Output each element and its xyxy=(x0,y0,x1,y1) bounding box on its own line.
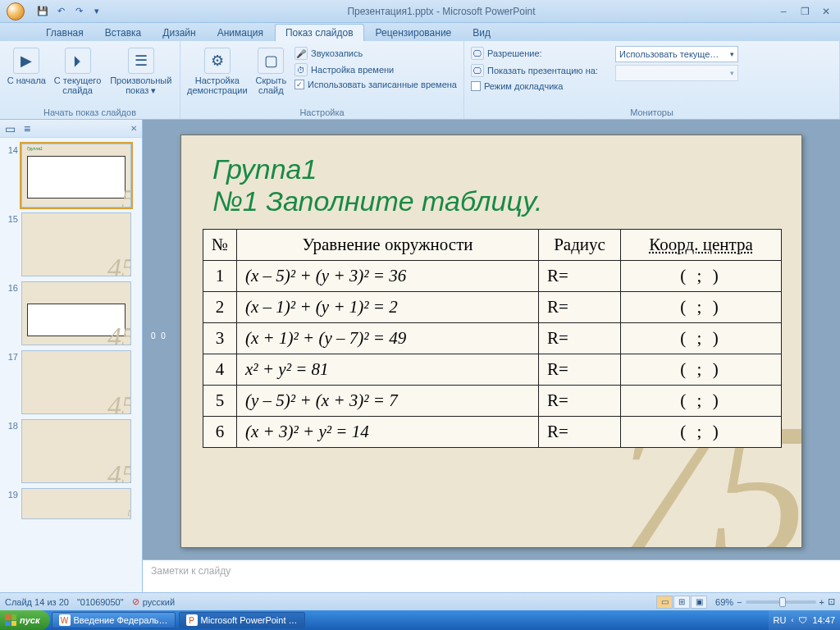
table-row: 5(y – 5)² + (x + 3)² = 7R=( ; ) xyxy=(203,386,782,417)
language-label: русский xyxy=(143,597,175,607)
monitor-combo: ▾ xyxy=(615,65,738,81)
thumbnail-list[interactable]: 14 Группа15 15 45 16 45 17 45 18 45 19 5 xyxy=(0,138,142,592)
minimize-button[interactable]: – xyxy=(774,5,792,18)
from-current-button[interactable]: ⏵ С текущего слайда xyxy=(53,44,103,95)
save-icon[interactable]: 💾 xyxy=(36,5,49,18)
slide-thumb-19[interactable]: 19 5 xyxy=(0,486,142,522)
resolution-combo[interactable]: Использовать текуще…▾ xyxy=(615,46,738,62)
custom-show-button[interactable]: ☰ Произвольный показ ▾ xyxy=(108,44,173,96)
resolution-value: Использовать текуще… xyxy=(619,49,719,59)
use-timings-label: Использовать записанные времена xyxy=(308,80,457,89)
status-bar: Слайд 14 из 20 "01069050" ⊘ русский ▭ ⊞ … xyxy=(0,592,840,610)
task-label: Microsoft PowerPoint … xyxy=(201,615,298,625)
slide[interactable]: 75 Группа1 №1 Заполните таблицу. № Уравн… xyxy=(180,135,802,548)
record-audio-button[interactable]: 🎤Звукозапись xyxy=(294,46,457,61)
outline-tab-icon[interactable]: ≡ xyxy=(24,122,30,135)
group-setup-label: Настройка xyxy=(187,106,457,117)
title-bar: 💾 ↶ ↷ ▾ Презентация1.pptx - Microsoft Po… xyxy=(0,0,840,23)
hide-slide-icon: ▢ xyxy=(258,48,284,74)
table-row: 1(x – 5)² + (y + 3)² = 36R=( ; ) xyxy=(203,261,782,292)
tray-shield-icon[interactable]: 🛡 xyxy=(798,615,807,625)
zoom-out-button[interactable]: − xyxy=(737,597,742,607)
fit-button[interactable]: ⊡ xyxy=(828,596,835,607)
thumb-number: 16 xyxy=(3,281,18,345)
group-start-label: Начать показ слайдов xyxy=(7,106,173,117)
record-audio-label: Звукозапись xyxy=(311,48,363,58)
notes-pane[interactable]: Заметки к слайду xyxy=(143,559,840,592)
normal-view-button[interactable]: ▭ xyxy=(656,596,673,609)
office-button[interactable] xyxy=(0,0,31,23)
slide-thumb-14[interactable]: 14 Группа15 xyxy=(0,141,142,210)
tab-home[interactable]: Главная xyxy=(36,25,94,41)
slide-thumb-15[interactable]: 15 45 xyxy=(0,210,142,279)
taskbar-item-word[interactable]: WВведение Федераль… xyxy=(52,612,176,628)
slide-title-line2: №1 Заполните таблицу. xyxy=(212,185,542,217)
th-equation: Уравнение окружности xyxy=(237,230,539,261)
rehearse-label: Настройка времени xyxy=(311,65,394,75)
play-current-icon: ⏵ xyxy=(65,48,91,74)
thumb-number: 14 xyxy=(3,144,18,208)
thumb-number: 19 xyxy=(3,488,18,519)
thumb-number: 18 xyxy=(3,419,18,483)
custom-show-icon: ☰ xyxy=(128,48,154,74)
slide-thumb-16[interactable]: 16 45 xyxy=(0,279,142,348)
table-row: 3(x + 1)² + (y – 7)² = 49R=( ; ) xyxy=(203,323,782,354)
tab-view[interactable]: Вид xyxy=(463,25,500,41)
tab-slideshow[interactable]: Показ слайдов xyxy=(275,24,364,41)
slideshow-view-button[interactable]: ▣ xyxy=(691,596,707,609)
slide-title[interactable]: Группа1 №1 Заполните таблицу. xyxy=(212,153,542,217)
table-row: 4x² + y² = 81R=( ; ) xyxy=(203,354,782,386)
lang-indicator[interactable]: RU xyxy=(774,615,787,625)
system-tray: RU ‹ 🛡 14:47 xyxy=(769,610,840,630)
zoom-slider[interactable] xyxy=(746,600,816,604)
thumbnail-panel: ▭ ≡ ✕ 14 Группа15 15 45 16 45 17 45 18 xyxy=(0,120,143,592)
tab-insert[interactable]: Вставка xyxy=(95,25,152,41)
undo-icon[interactable]: ↶ xyxy=(54,5,67,18)
spellcheck-icon: ⊘ xyxy=(132,596,139,607)
checkbox-icon: ✓ xyxy=(294,80,304,89)
zoom-in-button[interactable]: + xyxy=(819,597,824,607)
slide-canvas[interactable]: 0 0 75 Группа1 №1 Заполните таблицу. № У… xyxy=(143,120,840,559)
custom-show-label: Произвольный показ ▾ xyxy=(108,75,173,96)
start-button[interactable]: пуск xyxy=(0,610,50,630)
th-number: № xyxy=(203,230,237,261)
tab-review[interactable]: Рецензирование xyxy=(366,25,462,41)
maximize-button[interactable]: ❐ xyxy=(796,5,814,18)
tab-animation[interactable]: Анимация xyxy=(208,25,273,41)
slide-thumb-18[interactable]: 18 45 xyxy=(0,417,142,486)
th-coords: Коорд. центра xyxy=(621,230,782,261)
close-button[interactable]: ✕ xyxy=(817,5,835,18)
chevron-down-icon: ▾ xyxy=(730,50,734,58)
presenter-view-checkbox[interactable]: Режим докладчика xyxy=(471,80,609,92)
tray-chevron-icon[interactable]: ‹ xyxy=(791,616,793,624)
hide-slide-button[interactable]: ▢ Скрыть слайд xyxy=(254,44,288,95)
zoom-control: 69% − + ⊡ xyxy=(715,596,835,607)
monitor-icon: 🖵 xyxy=(471,47,484,60)
from-beginning-button[interactable]: ▶ С начала xyxy=(7,44,47,85)
slides-tab-icon[interactable]: ▭ xyxy=(5,122,16,135)
clock[interactable]: 14:47 xyxy=(812,615,835,625)
ribbon-tabs: Главная Вставка Дизайн Анимация Показ сл… xyxy=(0,23,840,41)
taskbar-item-powerpoint[interactable]: PMicrosoft PowerPoint … xyxy=(179,612,305,628)
slide-title-line1: Группа1 xyxy=(212,153,317,185)
panel-close-icon[interactable]: ✕ xyxy=(130,124,137,133)
equation-table[interactable]: № Уравнение окружности Радиус Коорд. цен… xyxy=(203,229,782,448)
start-label: пуск xyxy=(20,615,40,625)
redo-icon[interactable]: ↷ xyxy=(72,5,85,18)
word-icon: W xyxy=(59,614,71,626)
show-on-label: 🖵Показать презентацию на: xyxy=(471,63,609,78)
from-beginning-label: С начала xyxy=(7,75,46,85)
slide-thumb-17[interactable]: 17 45 xyxy=(0,348,142,417)
use-timings-checkbox[interactable]: ✓Использовать записанные времена xyxy=(294,79,457,90)
group-setup: ⚙ Настройка демонстрации ▢ Скрыть слайд … xyxy=(180,41,464,119)
clock-icon: ⏱ xyxy=(294,63,308,76)
group-start-show: ▶ С начала ⏵ С текущего слайда ☰ Произво… xyxy=(0,41,180,119)
setup-show-button[interactable]: ⚙ Настройка демонстрации xyxy=(187,44,248,95)
qat-more-icon[interactable]: ▾ xyxy=(90,5,103,18)
tab-design[interactable]: Дизайн xyxy=(153,25,205,41)
ribbon: ▶ С начала ⏵ С текущего слайда ☰ Произво… xyxy=(0,41,840,120)
language-indicator[interactable]: ⊘ русский xyxy=(132,596,175,607)
sorter-view-button[interactable]: ⊞ xyxy=(673,596,690,609)
zoom-value[interactable]: 69% xyxy=(715,597,733,607)
rehearse-button[interactable]: ⏱Настройка времени xyxy=(294,62,457,77)
